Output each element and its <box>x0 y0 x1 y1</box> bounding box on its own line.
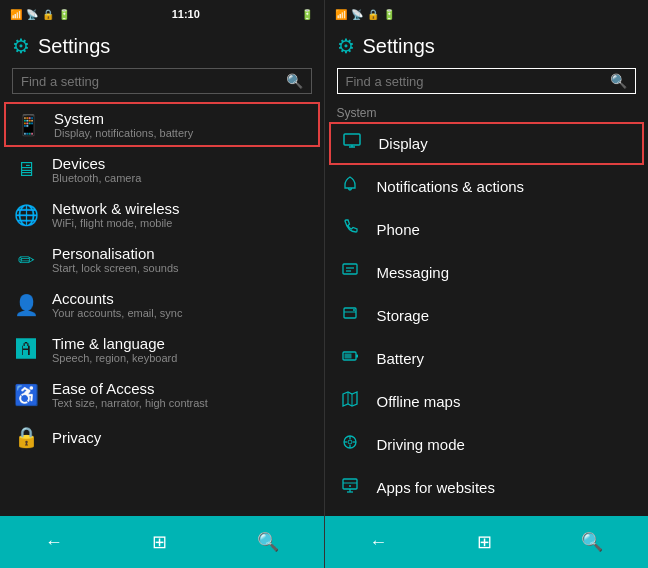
settings-item-ease[interactable]: ♿ Ease of Access Text size, narrator, hi… <box>0 372 324 417</box>
svg-point-15 <box>348 440 352 444</box>
right-signal-icon: 📡 <box>351 9 363 20</box>
personalisation-desc: Start, lock screen, sounds <box>52 262 179 274</box>
right-battery-icon: 🔋 <box>383 9 395 20</box>
right-app-header: ⚙ Settings <box>325 28 649 64</box>
sub-item-phone[interactable]: Phone <box>325 208 649 251</box>
left-search-icon: 🔍 <box>286 73 303 89</box>
right-home-button[interactable]: ⊞ <box>457 523 512 561</box>
accounts-desc: Your accounts, email, sync <box>52 307 182 319</box>
right-settings-gear-icon: ⚙ <box>337 34 355 58</box>
right-search-bar[interactable]: 🔍 <box>337 68 637 94</box>
left-back-button[interactable]: ← <box>25 524 83 561</box>
notifications-name: Notifications & actions <box>377 178 525 195</box>
left-settings-list: 📱 System Display, notifications, battery… <box>0 102 324 516</box>
right-search-input[interactable] <box>346 74 611 89</box>
sub-item-offline-maps[interactable]: Offline maps <box>325 380 649 423</box>
battery-small-icon: 🔋 <box>58 9 70 20</box>
settings-item-system[interactable]: 📱 System Display, notifications, battery <box>4 102 320 147</box>
left-home-button[interactable]: ⊞ <box>132 523 187 561</box>
svg-rect-3 <box>343 264 357 274</box>
settings-item-privacy[interactable]: 🔒 Privacy <box>0 417 324 457</box>
left-bottom-nav: ← ⊞ 🔍 <box>0 516 324 568</box>
messaging-name: Messaging <box>377 264 450 281</box>
sub-item-apps-websites[interactable]: Apps for websites <box>325 466 649 509</box>
offline-maps-name: Offline maps <box>377 393 461 410</box>
settings-item-personalisation[interactable]: ✏ Personalisation Start, lock screen, so… <box>0 237 324 282</box>
section-label-system: System <box>325 102 649 122</box>
time-icon: 🅰 <box>12 338 40 361</box>
personalisation-text: Personalisation Start, lock screen, soun… <box>52 245 179 274</box>
settings-item-accounts[interactable]: 👤 Accounts Your accounts, email, sync <box>0 282 324 327</box>
devices-icon: 🖥 <box>12 158 40 181</box>
ease-name: Ease of Access <box>52 380 208 397</box>
right-bottom-nav: ← ⊞ 🔍 <box>325 516 649 568</box>
left-app-title: Settings <box>38 35 110 58</box>
settings-item-network[interactable]: 🌐 Network & wireless WiFi, flight mode, … <box>0 192 324 237</box>
right-back-button[interactable]: ← <box>349 524 407 561</box>
system-name: System <box>54 110 193 127</box>
settings-item-devices[interactable]: 🖥 Devices Bluetooth, camera <box>0 147 324 192</box>
apps-websites-icon <box>337 476 363 499</box>
sub-item-notifications[interactable]: Notifications & actions <box>325 165 649 208</box>
svg-rect-20 <box>343 479 357 489</box>
personalisation-name: Personalisation <box>52 245 179 262</box>
time-name: Time & language <box>52 335 177 352</box>
devices-text: Devices Bluetooth, camera <box>52 155 141 184</box>
left-status-bar: 📶 📡 🔒 🔋 11:10 🔋 <box>0 0 324 28</box>
system-text: System Display, notifications, battery <box>54 110 193 139</box>
accounts-text: Accounts Your accounts, email, sync <box>52 290 182 319</box>
settings-item-time[interactable]: 🅰 Time & language Speech, region, keyboa… <box>0 327 324 372</box>
privacy-text: Privacy <box>52 429 101 446</box>
ease-icon: ♿ <box>12 383 40 407</box>
sub-item-messaging[interactable]: Messaging <box>325 251 649 294</box>
accounts-icon: 👤 <box>12 293 40 317</box>
ease-text: Ease of Access Text size, narrator, high… <box>52 380 208 409</box>
network-icon: 🌐 <box>12 203 40 227</box>
left-app-header: ⚙ Settings <box>0 28 324 64</box>
wifi-icon: 📶 <box>10 9 22 20</box>
personalisation-icon: ✏ <box>12 248 40 272</box>
devices-name: Devices <box>52 155 141 172</box>
right-search-button[interactable]: 🔍 <box>561 523 623 561</box>
right-search-icon: 🔍 <box>610 73 627 89</box>
system-icon: 📱 <box>14 113 42 137</box>
network-text: Network & wireless WiFi, flight mode, mo… <box>52 200 180 229</box>
settings-gear-icon: ⚙ <box>12 34 30 58</box>
sub-item-storage[interactable]: Storage <box>325 294 649 337</box>
system-desc: Display, notifications, battery <box>54 127 193 139</box>
left-phone-panel: 📶 📡 🔒 🔋 11:10 🔋 ⚙ Settings 🔍 📱 System Di… <box>0 0 324 568</box>
network-name: Network & wireless <box>52 200 180 217</box>
sub-item-battery[interactable]: Battery <box>325 337 649 380</box>
right-sub-list: Display Notifications & actions Phone <box>325 122 649 516</box>
right-status-icons: 📶 📡 🔒 🔋 <box>335 9 395 20</box>
notifications-icon <box>337 175 363 198</box>
left-search-bar[interactable]: 🔍 <box>12 68 312 94</box>
accounts-name: Accounts <box>52 290 182 307</box>
messaging-icon <box>337 261 363 284</box>
right-wifi-icon: 📶 <box>335 9 347 20</box>
left-search-button[interactable]: 🔍 <box>237 523 299 561</box>
signal-icon: 📡 <box>26 9 38 20</box>
phone-name: Phone <box>377 221 420 238</box>
driving-mode-name: Driving mode <box>377 436 465 453</box>
right-app-title: Settings <box>363 35 435 58</box>
sub-item-driving-mode[interactable]: Driving mode <box>325 423 649 466</box>
right-phone-panel: 📶 📡 🔒 🔋 ⚙ Settings 🔍 System Disp <box>325 0 649 568</box>
storage-name: Storage <box>377 307 430 324</box>
battery-name: Battery <box>377 350 425 367</box>
left-status-icons: 📶 📡 🔒 🔋 <box>10 9 70 20</box>
status-right-icons: 🔋 <box>301 9 313 20</box>
apps-websites-name: Apps for websites <box>377 479 495 496</box>
svg-rect-0 <box>344 134 360 145</box>
offline-maps-icon <box>337 390 363 413</box>
time-text: Time & language Speech, region, keyboard <box>52 335 177 364</box>
battery-menu-icon <box>337 347 363 370</box>
privacy-icon: 🔒 <box>12 425 40 449</box>
battery-icon: 🔋 <box>301 9 313 20</box>
lock-icon: 🔒 <box>42 9 54 20</box>
storage-icon <box>337 304 363 327</box>
privacy-name: Privacy <box>52 429 101 446</box>
sub-item-display[interactable]: Display <box>329 122 645 165</box>
left-search-input[interactable] <box>21 74 286 89</box>
right-status-bar: 📶 📡 🔒 🔋 <box>325 0 649 28</box>
